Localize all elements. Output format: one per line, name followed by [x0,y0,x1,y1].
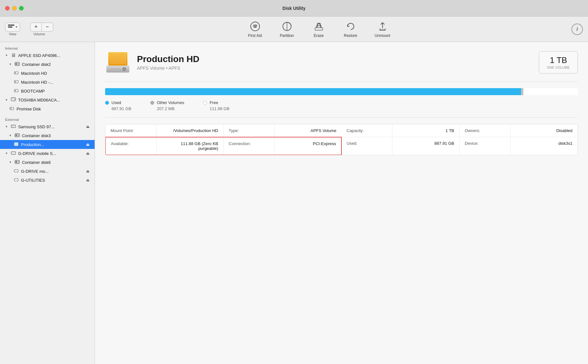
legend-dot-free [203,101,207,105]
unmount-icon [377,21,388,32]
svg-rect-13 [15,81,16,82]
svg-rect-9 [18,63,19,65]
sidebar-item-gdrive-mo[interactable]: G-DRIVE mo... ⏏ [0,167,95,176]
sidebar-item-production[interactable]: Production... ⏏ [0,140,95,149]
sidebar-item-toshiba[interactable]: TOSHIBA MD06ACA... [0,95,95,104]
disk-subtitle: APFS Volume • APFS [137,66,533,71]
expand-icon [5,152,8,155]
legend-label: Used [111,100,121,105]
capacity-value: 1 TB [392,124,459,137]
sidebar-item-container-disk6[interactable]: Container disk6 [0,158,95,167]
legend-value-free: 111.88 GB [203,106,229,111]
window-title: Disk Utility [283,6,305,11]
view-icon [8,24,14,30]
eject-icon[interactable]: ⏏ [86,151,90,156]
maximize-button[interactable] [19,6,24,10]
sidebar-item-label: Container disk6 [22,160,51,165]
erase-icon [313,21,325,32]
sidebar-item-bootcamp[interactable]: BOOTCAMP [0,87,95,95]
svg-rect-26 [18,134,19,136]
disk-size-sublabel: ONE VOLUME [547,66,570,69]
sidebar-item-container-disk3[interactable]: Container disk3 [0,131,95,140]
svg-rect-8 [16,63,17,65]
volume-icon [13,79,19,85]
sidebar-item-gdrive-mobile-s[interactable]: G-DRIVE mobile S... ⏏ [0,149,95,158]
sidebar-item-label: G-UTILITIES [21,178,45,183]
sidebar-item-label: APPLE SSD AP4096... [18,53,60,58]
eject-icon[interactable]: ⏏ [86,142,90,147]
svg-point-41 [124,68,125,70]
svg-rect-15 [15,90,16,91]
volume-controls: + − Volume [25,23,53,36]
svg-rect-11 [15,72,16,74]
add-volume-button[interactable]: + [30,23,42,32]
unmount-label: Unmount [375,33,390,38]
sidebar-item-macintosh-hd-data[interactable]: Macintosh HD -... [0,78,95,87]
sidebar-item-g-utilities[interactable]: G-UTILITIES ⏏ [0,176,95,185]
disk-size-box: 1 TB ONE VOLUME [539,51,578,74]
close-button[interactable] [5,6,10,10]
usage-bar-free [523,88,578,95]
disk-header: Production HD APFS Volume • APFS 1 TB ON… [105,50,578,82]
info-button[interactable]: i [571,24,583,35]
disk-icon [11,150,16,157]
sidebar-item-container-disk2[interactable]: Container disk2 [0,60,95,69]
svg-rect-34 [14,178,18,181]
info-row-available: Available: 111.88 GB (Zero KB purgeable)… [105,137,342,155]
expand-icon [9,161,12,164]
restore-button[interactable]: Restore [341,21,360,38]
type-label: Type: [224,124,275,137]
sidebar-item-label: Container disk2 [22,62,51,67]
volume-icon [13,70,19,76]
available-value: 111.88 GB (Zero KB purgeable) [157,137,223,155]
sidebar-item-macintosh-hd[interactable]: Macintosh HD [0,69,95,78]
first-aid-button[interactable]: First Aid [246,21,265,38]
erase-button[interactable]: Erase [309,21,328,38]
remove-volume-button[interactable]: − [42,23,53,32]
sidebar-item-label: TOSHIBA MD06ACA... [18,98,60,102]
sidebar-item-apple-ssd[interactable]: 🖥 APPLE SSD AP4096... [0,51,95,60]
toolbar-right: i [571,24,583,35]
svg-rect-37 [110,53,126,64]
volume-icon [13,168,19,174]
sidebar-item-samsung-ssd[interactable]: Samsung SSD 97... ⏏ [0,122,95,131]
unmount-button[interactable]: Unmount [373,21,392,38]
usage-bar-other [521,88,523,95]
svg-rect-32 [18,161,19,163]
sidebar-item-promise-disk[interactable]: Promise Disk [0,104,95,113]
traffic-lights [5,6,24,10]
device-value: disk3s1 [511,137,577,155]
eject-icon[interactable]: ⏏ [86,178,90,182]
expand-icon [9,134,12,137]
disk-header-info: Production HD APFS Volume • APFS [137,54,533,71]
usage-bar-used [105,88,521,95]
expand-icon [5,54,8,57]
volume-icon [9,106,15,112]
owners-label: Owners: [460,124,511,137]
partition-button[interactable]: Partition [277,21,297,38]
sidebar-item-label: Production... [21,142,44,147]
svg-point-17 [14,99,15,100]
sidebar: Internal 🖥 APPLE SSD AP4096... Container… [0,42,95,364]
info-row-used: Used: 887.91 GB Device: disk3s1 [341,137,577,155]
container-icon [14,61,20,67]
device-label: Device: [460,137,511,155]
connection-value: PCI-Express [275,137,341,155]
volume-label: Volume [33,32,45,36]
toolbar-left: ▾ View + − Volume [5,23,53,36]
svg-rect-3 [315,28,323,30]
sidebar-item-label: Container disk3 [22,133,51,138]
minimize-button[interactable] [12,6,17,10]
view-button[interactable]: ▾ [5,23,20,32]
svg-rect-12 [14,80,18,83]
info-row-capacity: Capacity: 1 TB Owners: Disabled [341,124,577,137]
eject-icon[interactable]: ⏏ [86,124,90,129]
legend-value-used: 887.91 GB [105,106,131,111]
legend-dot-other [150,101,154,105]
svg-rect-25 [16,134,17,136]
sidebar-item-label: BOOTCAMP [21,89,45,94]
first-aid-icon [249,21,261,32]
connection-label: Connection: [224,137,275,155]
eject-icon[interactable]: ⏏ [86,169,90,173]
usage-bar [105,88,578,95]
